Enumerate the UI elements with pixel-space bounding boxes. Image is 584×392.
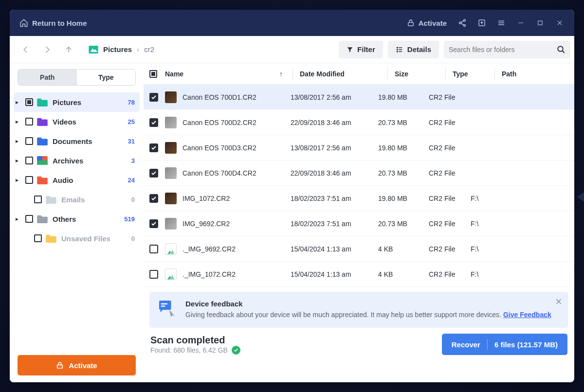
- checkbox[interactable]: [25, 215, 33, 223]
- column-type[interactable]: Type: [453, 70, 494, 78]
- scan-subtitle: Found: 680 files, 6.42 GB: [150, 346, 228, 354]
- close-button[interactable]: [550, 13, 569, 33]
- row-checkbox[interactable]: [149, 270, 158, 279]
- sidebar-item-count: 0: [131, 235, 135, 242]
- sidebar-item-archives[interactable]: ▸Archives3: [14, 151, 140, 170]
- sort-asc-icon: ↑: [279, 70, 283, 78]
- table-row[interactable]: Canon EOS 700D2.CR222/09/2018 3:46 am20.…: [144, 110, 574, 135]
- file-type: CR2 File: [429, 144, 471, 152]
- table-row[interactable]: IMG_9692.CR218/02/2023 7:51 am20.73 MBCR…: [144, 211, 574, 236]
- svg-rect-17: [161, 303, 167, 304]
- file-date: 18/02/2023 7:51 am: [291, 220, 378, 228]
- feedback-close-button[interactable]: [555, 298, 563, 305]
- checkbox[interactable]: [25, 118, 33, 125]
- svg-point-11: [558, 46, 563, 52]
- tab-type[interactable]: Type: [77, 70, 136, 85]
- sidebar-item-audio[interactable]: ▸Audio24: [14, 170, 140, 190]
- sidebar-item-label: Archives: [53, 157, 131, 165]
- share-button[interactable]: [453, 13, 472, 33]
- row-checkbox[interactable]: [149, 118, 158, 127]
- menu-button[interactable]: [492, 13, 511, 33]
- row-checkbox[interactable]: [149, 93, 158, 102]
- checkbox[interactable]: [34, 234, 42, 242]
- sidebar-item-emails[interactable]: ▸Emails0: [14, 190, 140, 209]
- activate-label: Activate: [69, 361, 97, 370]
- tab-path[interactable]: Path: [18, 70, 77, 85]
- search-input[interactable]: [449, 46, 557, 53]
- arrow-right-icon: [43, 45, 52, 54]
- file-type: CR2 File: [429, 93, 471, 101]
- search-box[interactable]: [444, 41, 570, 58]
- sidebar-item-others[interactable]: ▸Others519: [14, 209, 140, 229]
- return-home-button[interactable]: Return to Home: [15, 16, 92, 30]
- activate-button[interactable]: Activate: [18, 355, 136, 375]
- row-checkbox[interactable]: [149, 169, 158, 178]
- file-size: 4 KB: [378, 270, 429, 278]
- side-toggle-icon[interactable]: [577, 192, 584, 202]
- minimize-icon: [517, 19, 524, 26]
- titlebar-activate-button[interactable]: Activate: [401, 19, 453, 27]
- check-circle-icon: [232, 346, 240, 355]
- nav-up-button[interactable]: [60, 41, 77, 58]
- breadcrumb-item[interactable]: cr2: [144, 45, 154, 53]
- filter-button[interactable]: Filter: [339, 41, 383, 58]
- header-checkbox[interactable]: [149, 70, 157, 78]
- column-path[interactable]: Path: [502, 70, 574, 78]
- nav-back-button[interactable]: [18, 41, 34, 58]
- table-row[interactable]: Canon EOS 700D1.CR213/08/2017 2:56 am19.…: [144, 85, 574, 110]
- sidebar-item-pictures[interactable]: ▸Pictures78: [14, 92, 140, 112]
- feedback-text: Giving feedback about your device will b…: [185, 310, 551, 320]
- file-name: IMG_1072.CR2: [182, 195, 291, 202]
- checkbox[interactable]: [25, 137, 33, 145]
- maximize-button[interactable]: [530, 13, 550, 33]
- recover-label: Recover: [452, 340, 480, 349]
- sidebar-item-videos[interactable]: ▸Videos25: [14, 112, 140, 131]
- chevron-right-icon: ▸: [16, 177, 23, 183]
- checkbox[interactable]: [34, 196, 42, 203]
- file-size: 4 KB: [378, 245, 429, 253]
- app-window: Return to Home Activate Pictures › cr2 F…: [10, 10, 574, 382]
- search-icon: [557, 45, 566, 54]
- file-size: 20.73 MB: [378, 119, 429, 126]
- row-checkbox[interactable]: [149, 219, 158, 228]
- table-row[interactable]: Canon EOS 700D4.CR222/09/2018 3:46 am20.…: [144, 160, 574, 186]
- sidebar-item-count: 519: [124, 215, 135, 223]
- details-button[interactable]: Details: [388, 41, 439, 58]
- sidebar-item-documents[interactable]: ▸Documents31: [14, 131, 140, 151]
- export-button[interactable]: [472, 13, 492, 33]
- file-name: ._IMG_9692.CR2: [182, 245, 291, 253]
- lock-icon: [56, 361, 64, 369]
- table-row[interactable]: ._IMG_9692.CR215/04/2024 1:13 am4 KBCR2 …: [144, 236, 574, 262]
- minimize-button[interactable]: [511, 13, 530, 33]
- checkbox[interactable]: [25, 176, 33, 184]
- checkbox[interactable]: [25, 98, 33, 106]
- sidebar-item-unsaved-files[interactable]: ▸Unsaved Files0: [14, 229, 140, 248]
- checkbox[interactable]: [25, 157, 33, 164]
- table-row[interactable]: Canon EOS 700D3.CR213/08/2017 2:56 am19.…: [144, 135, 574, 160]
- row-checkbox[interactable]: [149, 194, 158, 203]
- file-size: 19.80 MB: [378, 144, 429, 152]
- sidebar-item-label: Documents: [53, 137, 128, 145]
- file-type: CR2 File: [429, 119, 471, 126]
- table-row[interactable]: ._IMG_1072.CR215/04/2024 1:13 am4 KBCR2 …: [144, 262, 574, 287]
- nav-forward-button[interactable]: [39, 41, 55, 58]
- row-checkbox[interactable]: [149, 245, 158, 253]
- titlebar-activate-label: Activate: [419, 19, 447, 27]
- close-icon: [556, 19, 563, 26]
- give-feedback-link[interactable]: Give Feedback: [503, 311, 551, 319]
- table-row[interactable]: IMG_1072.CR218/02/2023 7:51 am19.80 MBCR…: [144, 186, 574, 211]
- column-name[interactable]: Name↑: [165, 70, 292, 78]
- file-name: ._IMG_1072.CR2: [182, 270, 291, 278]
- sidebar-item-label: Audio: [53, 176, 128, 184]
- home-icon: [19, 18, 28, 27]
- column-date[interactable]: Date Modified: [300, 70, 387, 78]
- file-thumbnail: [165, 117, 177, 128]
- file-date: 13/08/2017 2:56 am: [291, 93, 378, 101]
- column-size[interactable]: Size: [395, 70, 445, 78]
- recover-button[interactable]: Recover 6 files (121.57 MB): [442, 334, 567, 355]
- sidebar: Path Type ▸Pictures78▸Videos25▸Documents…: [10, 63, 144, 382]
- file-name: Canon EOS 700D2.CR2: [182, 119, 291, 126]
- row-checkbox[interactable]: [149, 143, 158, 152]
- breadcrumb-item[interactable]: Pictures: [103, 45, 132, 53]
- sidebar-item-label: Pictures: [53, 98, 128, 107]
